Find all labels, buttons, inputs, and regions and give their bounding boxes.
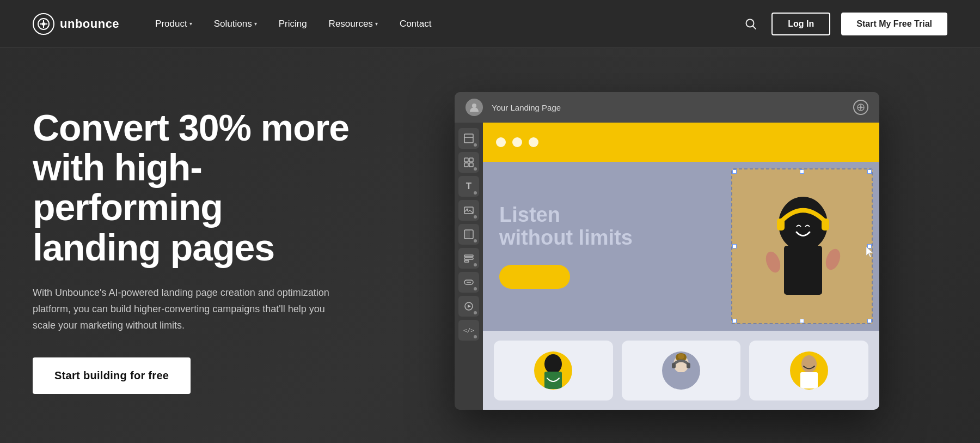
hero-section: Convert 30% more with high-performing la… — [0, 48, 980, 443]
svg-rect-22 — [464, 258, 473, 259]
trial-button[interactable]: Start My Free Trial — [841, 13, 947, 35]
unbounce-editor-icon — [853, 100, 868, 115]
svg-point-6 — [472, 104, 476, 108]
svg-point-29 — [779, 197, 828, 251]
tool-sections[interactable] — [458, 152, 479, 173]
editor-sidebar: T — [455, 123, 483, 410]
hero-left-content: Convert 30% more with high-performing la… — [33, 108, 387, 395]
nav-actions: Log In Start My Free Trial — [741, 13, 947, 35]
logo-icon — [33, 13, 54, 35]
chevron-down-icon: ▾ — [189, 21, 192, 27]
svg-marker-27 — [468, 305, 471, 308]
tool-layout[interactable] — [458, 128, 479, 149]
svg-rect-42 — [687, 363, 690, 368]
selection-handle-bl[interactable] — [732, 319, 737, 323]
tool-text[interactable]: T — [458, 176, 479, 197]
nav-item-resources[interactable]: Resources ▾ — [320, 14, 387, 34]
avatar-1 — [534, 351, 572, 390]
avatar-2 — [662, 351, 700, 390]
svg-rect-43 — [672, 372, 690, 389]
lp-card-2 — [622, 341, 741, 400]
svg-rect-13 — [464, 158, 468, 162]
svg-rect-45 — [800, 372, 818, 389]
svg-rect-41 — [672, 363, 676, 368]
hero-headline: Convert 30% more with high-performing la… — [33, 108, 354, 268]
svg-rect-14 — [469, 158, 473, 162]
selection-handle-tl[interactable] — [732, 169, 737, 174]
cta-button[interactable]: Start building for free — [33, 357, 191, 394]
hero-right-preview: Your Landing Page — [387, 92, 947, 410]
nav-links: Product ▾ Solutions ▾ Pricing Resources … — [146, 14, 741, 34]
mouse-cursor — [866, 247, 875, 260]
svg-rect-31 — [777, 219, 785, 230]
svg-point-44 — [801, 355, 817, 373]
editor-canvas: Listen without limits — [483, 123, 879, 410]
lp-dot-1 — [496, 137, 506, 147]
avatar-3 — [790, 351, 828, 390]
selection-handle-br[interactable] — [867, 319, 872, 323]
svg-rect-11 — [464, 134, 473, 143]
svg-rect-16 — [469, 163, 473, 167]
lp-cards-row — [483, 331, 879, 410]
lp-dot-3 — [529, 137, 538, 147]
lp-cta-button[interactable] — [499, 265, 570, 289]
svg-point-10 — [860, 106, 862, 108]
svg-point-3 — [42, 22, 45, 26]
nav-item-product[interactable]: Product ▾ — [146, 14, 201, 34]
svg-rect-32 — [822, 219, 829, 230]
browser-window: Your Landing Page — [455, 92, 879, 410]
lp-image-section — [731, 168, 873, 324]
lp-text-section: Listen without limits — [483, 162, 731, 331]
navbar: unbounce Product ▾ Solutions ▾ Pricing R… — [0, 0, 980, 48]
browser-bar: Your Landing Page — [455, 92, 879, 123]
nav-item-contact[interactable]: Contact — [391, 14, 440, 34]
tool-image[interactable] — [458, 200, 479, 221]
lp-card-3 — [749, 341, 868, 400]
lp-heading: Listen without limits — [499, 204, 715, 250]
svg-line-5 — [753, 26, 756, 29]
svg-rect-20 — [464, 230, 470, 239]
search-icon[interactable] — [741, 14, 761, 34]
selection-handle-ml[interactable] — [732, 244, 737, 248]
svg-rect-15 — [464, 163, 468, 167]
user-avatar — [465, 99, 483, 116]
lp-preview-header — [483, 123, 879, 162]
lp-card-1 — [494, 341, 613, 400]
selection-handle-tr[interactable] — [867, 169, 872, 174]
lp-preview-body: Listen without limits — [483, 162, 879, 331]
logo-text: unbounce — [60, 17, 119, 31]
svg-rect-21 — [464, 255, 473, 257]
chevron-down-icon: ▾ — [375, 21, 378, 27]
logo-link[interactable]: unbounce — [33, 13, 119, 35]
svg-point-36 — [544, 354, 562, 374]
tool-media[interactable] — [458, 296, 479, 317]
browser-tab-title: Your Landing Page — [492, 103, 844, 112]
svg-marker-35 — [866, 247, 873, 257]
svg-rect-37 — [544, 372, 562, 389]
login-button[interactable]: Log In — [771, 13, 830, 35]
tool-code[interactable]: </> — [458, 320, 479, 341]
lp-dot-2 — [512, 137, 522, 147]
svg-rect-23 — [464, 260, 469, 262]
svg-point-40 — [678, 354, 684, 359]
nav-item-solutions[interactable]: Solutions ▾ — [205, 14, 266, 34]
chevron-down-icon: ▾ — [254, 21, 257, 27]
hero-subtext: With Unbounce's AI-powered landing page … — [33, 285, 348, 333]
selection-handle-bm[interactable] — [800, 319, 804, 323]
tool-form[interactable] — [458, 248, 479, 269]
tool-video[interactable] — [458, 224, 479, 245]
selection-handle-tm[interactable] — [800, 169, 804, 174]
nav-item-pricing[interactable]: Pricing — [270, 14, 316, 34]
svg-rect-30 — [784, 246, 822, 295]
editor-layout: T — [455, 123, 879, 410]
tool-button[interactable] — [458, 272, 479, 293]
